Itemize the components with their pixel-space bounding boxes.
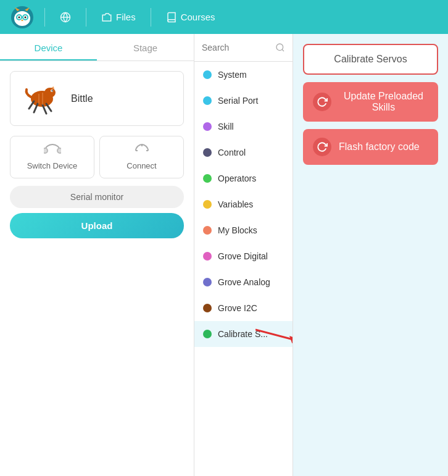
nav-courses[interactable]: Courses <box>161 9 220 25</box>
category-item-7[interactable]: Grove Digital <box>194 243 292 269</box>
switch-device-button[interactable]: Switch Device <box>10 136 94 178</box>
category-item-0[interactable]: System <box>194 62 292 88</box>
flash-refresh-icon <box>313 138 331 156</box>
category-item-2[interactable]: Skill <box>194 114 292 140</box>
category-item-9[interactable]: Grove I2C <box>194 295 292 321</box>
update-preloaded-label: Update Preloaded Skills <box>339 91 428 113</box>
device-image <box>20 81 64 115</box>
category-label-7: Grove Digital <box>218 251 268 261</box>
nav-globe[interactable] <box>55 9 76 25</box>
category-item-3[interactable]: Control <box>194 140 292 165</box>
svg-point-16 <box>52 90 53 91</box>
category-item-6[interactable]: My Blocks <box>194 217 292 243</box>
category-dot-1 <box>203 96 212 105</box>
main-content: Device Stage <box>0 34 448 476</box>
category-label-0: System <box>218 70 247 80</box>
courses-label: Courses <box>181 12 215 22</box>
action-buttons: Switch Device Connect <box>10 136 184 178</box>
category-dot-2 <box>203 122 212 131</box>
svg-point-24 <box>44 148 48 153</box>
device-card: Bittle <box>10 71 184 126</box>
upload-button[interactable]: Upload <box>10 213 184 238</box>
update-refresh-icon <box>313 93 331 111</box>
category-label-10: Calibrate S... <box>218 329 268 339</box>
category-dot-7 <box>203 252 212 261</box>
svg-point-7 <box>25 16 27 18</box>
category-label-2: Skill <box>218 122 234 132</box>
tab-stage[interactable]: Stage <box>97 34 194 61</box>
category-panel: SystemSerial PortSkillControlOperatorsVa… <box>194 34 293 476</box>
refresh-icon-svg <box>317 96 328 107</box>
update-preloaded-skills-button[interactable]: Update Preloaded Skills <box>303 82 438 122</box>
svg-point-26 <box>276 44 283 51</box>
header-divider-1 <box>44 8 45 27</box>
category-dot-5 <box>203 200 212 209</box>
connect-label: Connect <box>127 161 156 170</box>
left-panel: Device Stage <box>0 34 194 476</box>
search-bar <box>194 34 292 62</box>
category-item-1[interactable]: Serial Port <box>194 88 292 114</box>
category-label-3: Control <box>218 148 246 157</box>
category-label-6: My Blocks <box>218 225 257 235</box>
nav-files[interactable]: Files <box>96 9 141 25</box>
category-label-8: Grove Analog <box>218 277 270 287</box>
category-item-5[interactable]: Variables <box>194 191 292 217</box>
svg-line-27 <box>282 49 284 51</box>
search-icon <box>275 43 285 52</box>
files-icon <box>101 12 112 23</box>
flash-factory-label: Flash factory code <box>339 141 420 152</box>
switch-device-icon <box>44 144 61 157</box>
calibrate-servos-button[interactable]: Calibrate Servos <box>303 44 438 75</box>
category-item-4[interactable]: Operators <box>194 165 292 191</box>
category-dot-0 <box>203 70 212 79</box>
device-name: Bittle <box>71 93 93 104</box>
app-header: Files Courses <box>0 0 448 34</box>
flash-refresh-icon-svg <box>317 141 328 152</box>
courses-icon <box>166 12 177 23</box>
header-divider-3 <box>151 8 151 27</box>
switch-device-label: Switch Device <box>27 161 78 170</box>
connect-icon <box>133 144 151 157</box>
connect-button[interactable]: Connect <box>99 136 184 178</box>
categories-list: SystemSerial PortSkillControlOperatorsVa… <box>194 62 292 347</box>
category-label-1: Serial Port <box>218 96 258 106</box>
search-input[interactable] <box>202 43 270 52</box>
svg-point-25 <box>57 148 61 153</box>
main-tabs: Device Stage <box>0 34 194 61</box>
right-panel: Calibrate Servos Update Preloaded Skills… <box>293 34 448 476</box>
svg-line-18 <box>29 101 34 109</box>
app-logo <box>10 5 35 30</box>
category-label-4: Operators <box>218 173 256 183</box>
category-dot-9 <box>203 304 212 312</box>
category-dot-10 <box>203 330 212 338</box>
category-label-5: Variables <box>218 199 253 209</box>
category-label-9: Grove I2C <box>218 303 257 313</box>
category-dot-6 <box>203 226 212 235</box>
category-dot-8 <box>203 278 212 286</box>
category-item-8[interactable]: Grove Analog <box>194 269 292 295</box>
globe-icon <box>60 12 71 23</box>
category-item-10[interactable]: Calibrate S... <box>194 321 292 347</box>
header-divider-2 <box>86 8 86 27</box>
svg-point-6 <box>19 16 20 18</box>
files-label: Files <box>116 12 136 22</box>
category-dot-3 <box>203 148 212 157</box>
serial-monitor-button[interactable]: Serial monitor <box>10 186 184 208</box>
tab-device[interactable]: Device <box>0 34 97 61</box>
category-dot-4 <box>203 174 212 183</box>
flash-factory-code-button[interactable]: Flash factory code <box>303 129 438 165</box>
